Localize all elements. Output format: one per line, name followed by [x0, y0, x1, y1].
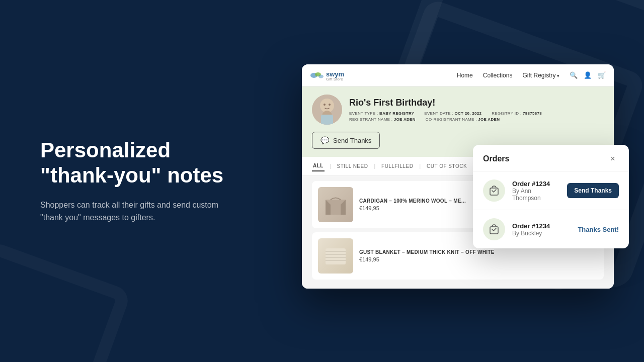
registry-top: Rio's First Birthday! EVENT TYPE : BABY …: [312, 95, 604, 125]
avatar-image: [312, 95, 342, 125]
avatar: [312, 95, 342, 125]
cardigan-svg: [323, 192, 348, 217]
product-image-blanket: [318, 238, 353, 274]
svg-point-6: [329, 104, 331, 106]
logo-subtext: Gift Store: [326, 77, 344, 81]
meta-registry-id: REGISTRY ID : 78875678: [492, 111, 542, 116]
nav-gift-registry[interactable]: Gift Registry: [522, 72, 559, 79]
registry-info: Rio's First Birthday! EVENT TYPE : BABY …: [349, 98, 604, 122]
tab-cut-of-stock[interactable]: CUT OF STOCK: [426, 161, 468, 171]
nav-collections[interactable]: Collections: [483, 72, 513, 79]
cart-icon[interactable]: 🛒: [598, 71, 606, 79]
svg-point-2: [318, 74, 324, 78]
user-icon[interactable]: 👤: [584, 71, 592, 79]
svg-rect-10: [326, 248, 346, 264]
svg-point-5: [324, 104, 326, 106]
product-price: €149,95: [359, 256, 598, 262]
logo-text-area: swym Gift Store: [326, 69, 344, 81]
thanks-sent-label: Thanks Sent!: [578, 226, 619, 233]
browser-mockup: swym Gift Store Home Collections Gift Re…: [302, 64, 614, 289]
meta-event-type: EVENT TYPE : BABY REGISTRY: [349, 111, 414, 116]
send-thanks-button[interactable]: 💬 Send Thanks: [312, 132, 380, 149]
bag-icon: [489, 224, 500, 235]
send-thanks-modal-button[interactable]: Send Thanks: [567, 183, 619, 198]
swym-logo-icon: [310, 70, 324, 80]
order-info: Order #1234 By Ann Thompson: [512, 180, 560, 202]
nav-home[interactable]: Home: [457, 72, 473, 79]
product-details: GUST BLANKET – MEDIUM THICK KNIT – OFF W…: [359, 249, 598, 262]
meta-event-date: EVENT DATE : OCT 20, 2022: [424, 111, 481, 116]
modal-title: Orders: [483, 154, 509, 163]
nav-icons: 🔍 👤 🛒: [570, 71, 606, 79]
registry-meta: EVENT TYPE : BABY REGISTRY EVENT DATE : …: [349, 111, 604, 116]
left-panel: Personalized "thank-you" notes Shoppers …: [40, 138, 236, 224]
registry-title: Rio's First Birthday!: [349, 98, 604, 108]
bg-decoration: [0, 240, 132, 362]
tab-all[interactable]: ALL: [312, 161, 325, 171]
send-thanks-label: Send Thanks: [333, 137, 371, 144]
search-icon[interactable]: 🔍: [570, 71, 578, 79]
nav-bar: swym Gift Store Home Collections Gift Re…: [302, 64, 614, 86]
tab-still-need[interactable]: STILL NEED: [336, 161, 369, 171]
svg-rect-8: [321, 115, 333, 125]
order-number: Order #1234: [512, 180, 560, 188]
meta-co-registrant: CO-REGISTRANT NAME : JOE ADEN: [426, 117, 500, 122]
order-info-2: Order #1234 By Buckley: [512, 222, 571, 237]
bag-check-icon: [489, 185, 500, 196]
list-item: Order #1234 By Buckley Thanks Sent!: [473, 210, 629, 248]
order-by: By Ann Thompson: [512, 188, 560, 202]
orders-modal: Orders × Order #1234 By Ann Thompson Sen…: [473, 145, 629, 248]
blanket-svg: [323, 243, 348, 268]
logo-area: swym Gift Store: [310, 69, 344, 81]
subtext: Shoppers can track all their gifts and s…: [40, 199, 236, 224]
order-icon: [483, 179, 505, 202]
close-button[interactable]: ×: [607, 153, 619, 165]
tab-fullfilled[interactable]: FULLFILLED: [380, 161, 414, 171]
registry-meta-2: REGISTRANT NAME : JOE ADEN CO-REGISTRANT…: [349, 117, 604, 122]
nav-links: Home Collections Gift Registry: [457, 72, 559, 79]
send-thanks-icon: 💬: [320, 136, 329, 144]
product-name: GUST BLANKET – MEDIUM THICK KNIT – OFF W…: [359, 249, 598, 255]
order-number-2: Order #1234: [512, 222, 571, 230]
modal-header: Orders ×: [473, 145, 629, 171]
order-by-2: By Buckley: [512, 230, 571, 237]
meta-registrant: REGISTRANT NAME : JOE ADEN: [349, 117, 416, 122]
product-image-cardigan: [318, 187, 353, 222]
headline: Personalized "thank-you" notes: [40, 138, 236, 189]
order-icon-2: [483, 218, 505, 240]
svg-point-4: [320, 99, 334, 113]
list-item: Order #1234 By Ann Thompson Send Thanks: [473, 171, 629, 210]
